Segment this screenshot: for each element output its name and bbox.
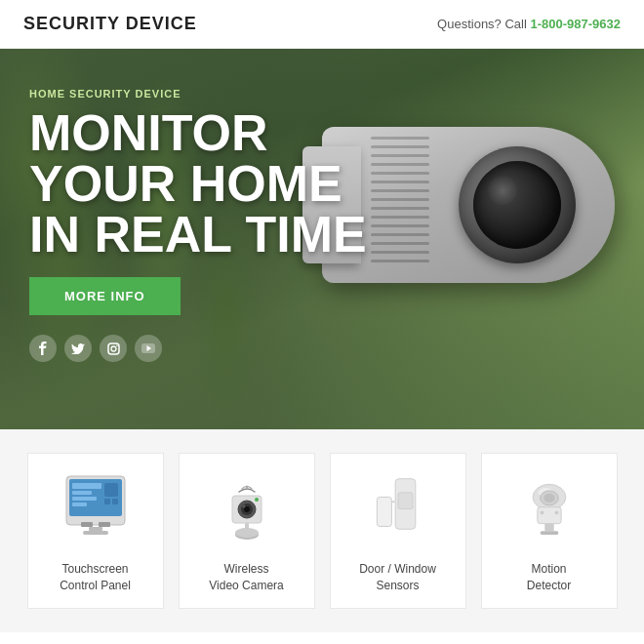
touchscreen-control-panel-icon xyxy=(61,471,130,549)
hero-title: MONITOR YOUR HOME IN REAL TIME xyxy=(29,107,367,260)
phone-number[interactable]: 1-800-987-9632 xyxy=(530,17,621,31)
svg-rect-16 xyxy=(89,527,102,531)
camera-icon-area xyxy=(218,471,276,549)
svg-rect-29 xyxy=(398,492,413,508)
facebook-icon[interactable] xyxy=(29,335,57,362)
svg-rect-9 xyxy=(72,497,97,501)
vent-4 xyxy=(371,163,429,166)
vent-3 xyxy=(371,154,429,157)
vent-10 xyxy=(371,216,429,219)
svg-rect-37 xyxy=(544,523,553,531)
products-section: Touchscreen Control Panel xyxy=(0,429,644,632)
svg-rect-13 xyxy=(112,499,118,504)
svg-rect-30 xyxy=(377,497,391,526)
youtube-icon[interactable] xyxy=(135,335,162,362)
social-icons xyxy=(29,335,367,362)
svg-rect-14 xyxy=(81,522,93,527)
site-logo: SECURITY DEVICE xyxy=(23,14,197,34)
vent-8 xyxy=(371,198,429,201)
hero-content: HOME SECURITY DEVICE MONITOR YOUR HOME I… xyxy=(29,88,367,362)
door-window-sensor-icon xyxy=(371,474,424,547)
sensor-icon-area xyxy=(371,471,424,549)
header-contact: Questions? Call 1-800-987-9632 xyxy=(437,17,621,31)
svg-rect-36 xyxy=(538,506,561,523)
svg-rect-10 xyxy=(72,503,87,506)
camera-lens-outer xyxy=(459,146,576,263)
vent-1 xyxy=(371,137,429,140)
svg-point-22 xyxy=(242,505,245,508)
wireless-camera-icon xyxy=(218,476,276,544)
svg-point-40 xyxy=(555,510,559,514)
svg-point-39 xyxy=(541,510,544,514)
vent-14 xyxy=(371,251,429,254)
sensor-label: Door / Window Sensors xyxy=(359,561,436,594)
svg-point-2 xyxy=(116,344,118,346)
svg-rect-17 xyxy=(83,531,108,535)
vent-12 xyxy=(371,233,429,236)
svg-rect-38 xyxy=(541,531,559,535)
vent-6 xyxy=(371,181,429,183)
hero-title-line2: YOUR HOME xyxy=(29,158,367,209)
touchscreen-label: Touchscreen Control Panel xyxy=(60,561,131,594)
instagram-icon[interactable] xyxy=(100,335,127,362)
vent-5 xyxy=(371,172,429,175)
hero-title-line1: MONITOR xyxy=(29,107,367,158)
camera-label: Wireless Video Camera xyxy=(209,561,284,594)
product-touchscreen[interactable]: Touchscreen Control Panel xyxy=(27,453,164,609)
svg-rect-15 xyxy=(99,522,110,527)
more-info-button[interactable]: MORE INFO xyxy=(29,277,181,315)
touchscreen-icon-area xyxy=(61,471,130,549)
twitter-icon[interactable] xyxy=(64,335,92,362)
svg-point-35 xyxy=(543,493,554,502)
camera-vents xyxy=(371,137,429,262)
header: SECURITY DEVICE Questions? Call 1-800-98… xyxy=(0,0,644,49)
vent-2 xyxy=(371,145,429,148)
vent-13 xyxy=(371,242,429,245)
hero-section: HOME SECURITY DEVICE MONITOR YOUR HOME I… xyxy=(0,49,644,429)
motion-detector-icon xyxy=(522,474,576,547)
svg-rect-7 xyxy=(72,483,101,489)
contact-text: Questions? Call xyxy=(437,17,530,31)
svg-rect-11 xyxy=(104,483,118,497)
motion-icon-area xyxy=(522,471,576,549)
vent-7 xyxy=(371,189,429,192)
svg-point-27 xyxy=(245,486,247,488)
svg-point-1 xyxy=(111,346,116,351)
svg-rect-8 xyxy=(72,491,92,495)
product-motion[interactable]: Motion Detector xyxy=(481,453,618,609)
svg-point-26 xyxy=(235,528,259,538)
hero-subtitle: HOME SECURITY DEVICE xyxy=(29,88,367,100)
hero-title-line3: IN REAL TIME xyxy=(29,209,367,260)
product-sensor[interactable]: Door / Window Sensors xyxy=(330,453,466,609)
motion-label: Motion Detector xyxy=(527,561,571,594)
svg-point-23 xyxy=(255,498,259,502)
camera-lens-inner xyxy=(473,161,561,249)
svg-rect-12 xyxy=(104,499,110,504)
product-camera[interactable]: Wireless Video Camera xyxy=(179,453,315,609)
vent-9 xyxy=(371,207,429,210)
vent-15 xyxy=(371,260,429,262)
vent-11 xyxy=(371,224,429,227)
